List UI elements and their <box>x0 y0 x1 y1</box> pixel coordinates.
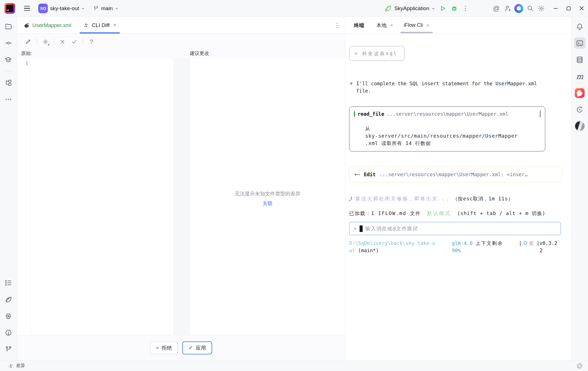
minimize-icon <box>553 6 558 11</box>
endpoints-tool-button[interactable] <box>3 294 14 305</box>
statusbar-diff-widget[interactable]: 差异 <box>8 363 25 369</box>
more-actions-button[interactable]: ⋮ <box>460 3 471 14</box>
terminal-tab-bar: 终端 本地 × iFlow Cli × <box>345 17 571 34</box>
empty-diff-message: 无法显示未知文件类型的差异 <box>190 190 345 197</box>
statusbar-diff-label: 差异 <box>16 363 25 369</box>
reject-button[interactable]: × 拒绝 <box>150 342 178 354</box>
tab-local-terminal[interactable]: 本地 × <box>374 17 395 34</box>
terminal-panel-title[interactable]: 终端 <box>352 17 366 34</box>
associate-link[interactable]: 关联 <box>190 200 345 207</box>
user-prompt-box: >补全这条sql <box>349 46 405 61</box>
ellipsis-icon <box>5 96 12 103</box>
spring-boot-icon <box>385 5 392 12</box>
intellij-logo-letters: IJ <box>6 5 14 12</box>
close-window-button[interactable] <box>575 2 588 15</box>
gear-icon <box>538 5 545 12</box>
toolbar-separator <box>37 38 37 45</box>
debug-button[interactable] <box>448 3 460 14</box>
close-icon <box>60 39 65 44</box>
pane-divider-band <box>173 59 190 335</box>
working-text: 算法大师在闭关修炼，即将出关... <box>355 195 450 202</box>
tab-usermapper-xml[interactable]: UserMapper.xml <box>19 17 76 33</box>
project-name: sky-take-out <box>50 5 79 12</box>
edit-diff-button[interactable] <box>23 37 33 47</box>
accept-diff-button[interactable] <box>69 37 79 47</box>
ci-tool-button[interactable] <box>574 104 585 115</box>
close-tab-icon[interactable]: × <box>113 22 116 28</box>
notifications-button[interactable] <box>574 21 585 32</box>
status-bar: 差异 <box>0 360 588 371</box>
cli-status-line: D:\SqDelivery\back\sky-take-o ut (main*)… <box>349 240 565 254</box>
mentions-button[interactable]: @ <box>491 3 502 14</box>
commit-tool-button[interactable] <box>3 37 14 49</box>
close-icon <box>579 6 584 11</box>
version-status: |v0.3.2 2 <box>537 240 557 254</box>
intellij-logo-icon: IJ <box>5 3 15 14</box>
branch-widget[interactable]: main <box>90 4 121 13</box>
spring-leaf-icon <box>5 296 12 303</box>
git-branch-icon <box>5 346 12 353</box>
reject-diff-button[interactable] <box>57 37 68 47</box>
version-number-wrap: 2 <box>537 247 557 254</box>
diff-settings-button[interactable] <box>40 37 50 47</box>
ai-assistant-button[interactable] <box>513 3 524 14</box>
terminal-icon <box>576 39 583 47</box>
project-widget[interactable]: SO sky-take-out <box>35 2 87 15</box>
tab-iflow-cli[interactable]: iFlow Cli × <box>401 17 432 34</box>
apply-button[interactable]: ✓ 应用 <box>182 341 212 354</box>
problems-tool-button[interactable] <box>3 327 14 338</box>
iflow-cli-content[interactable]: >补全这条sql I'll complete the SQL insert st… <box>345 34 571 360</box>
more-tool-windows-button[interactable] <box>3 94 14 105</box>
cycle-arrow-icon <box>576 106 583 113</box>
assistant-message-text: I'll complete the SQL insert statement f… <box>356 80 539 95</box>
workdir-path-line1: D:\SqDelivery\back\sky-take-o <box>349 240 452 247</box>
close-tab-icon[interactable]: × <box>426 22 429 28</box>
main-row: UserMapper.xml CLI Diff × ⋮ <box>0 17 588 360</box>
structure-tool-button[interactable] <box>3 77 14 88</box>
todo-tool-button[interactable] <box>3 277 14 289</box>
help-icon: ? <box>90 38 93 45</box>
titlebar-right: SkyApplication ⋮ @ <box>382 2 588 15</box>
settings-button[interactable] <box>536 3 547 14</box>
diff-icon <box>8 363 14 369</box>
maven-tool-button[interactable]: m <box>574 71 585 82</box>
cli-input-box[interactable]: > 输入消息或@文件路径 <box>349 222 561 235</box>
run-configuration-widget[interactable]: SkyApplication <box>382 4 437 13</box>
main-menu-button[interactable] <box>21 3 33 14</box>
spinner-icon <box>349 196 353 201</box>
tab-label: 本地 <box>376 22 387 29</box>
model-line: glm-4.6 上下文剩余 <box>452 240 519 247</box>
edit-tool-call: Edit ...server\resources\mapper\UserMapp… <box>349 167 562 182</box>
iflow-app-button[interactable] <box>574 87 585 99</box>
version-number: |v0.3.2 <box>537 240 557 247</box>
project-tool-button[interactable] <box>3 21 14 32</box>
toolbar-separator <box>83 38 83 45</box>
statusbar-right[interactable] <box>576 363 583 369</box>
caret <box>540 111 540 117</box>
model-name: glm-4.6 <box>452 240 473 246</box>
tab-cli-diff[interactable]: CLI Diff × <box>78 17 122 33</box>
code-with-me-button[interactable] <box>502 3 513 14</box>
editor-tab-bar: UserMapper.xml CLI Diff × ⋮ <box>17 17 345 34</box>
learn-tool-button[interactable] <box>3 54 14 65</box>
search-icon <box>527 5 534 12</box>
services-tool-button[interactable] <box>3 310 14 322</box>
minimize-button[interactable] <box>549 2 562 15</box>
assistant-plugin-button[interactable] <box>574 120 585 132</box>
database-tool-button[interactable] <box>574 54 585 65</box>
maximize-button[interactable] <box>562 2 575 15</box>
close-tab-icon[interactable]: × <box>390 22 393 28</box>
gear-icon <box>42 39 49 45</box>
right-tool-rail: m <box>571 17 588 360</box>
graduation-cap-icon <box>5 56 12 64</box>
read-file-tool-call: read_file ...server\resources\mapper\Use… <box>349 106 545 151</box>
terminal-tool-button[interactable] <box>574 37 585 49</box>
tab-bar-more-button[interactable]: ⋮ <box>334 17 340 34</box>
git-tool-button[interactable] <box>3 344 14 355</box>
working-status-line: 算法大师在闭关修炼，即将出关... （按esc取消，1m 11s） <box>349 195 565 202</box>
search-everywhere-button[interactable] <box>524 3 536 14</box>
run-button[interactable] <box>437 3 448 14</box>
help-button[interactable]: ? <box>86 37 96 47</box>
titlebar-left: IJ SO sky-take-out main <box>0 2 121 15</box>
loaded-text: 已加载：1 IFLOW.md 文件 <box>349 211 421 216</box>
